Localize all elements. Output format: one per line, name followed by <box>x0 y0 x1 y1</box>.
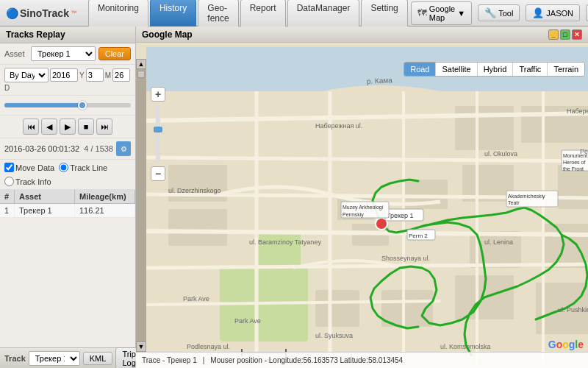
map-svg: Трекер 1 Perm 2 Muzey Arkheologi Permski… <box>146 43 588 368</box>
app-logo: 🔵 SinoTrack ™ <box>6 7 76 19</box>
map-background: Трекер 1 Perm 2 Muzey Arkheologi Permski… <box>136 43 588 368</box>
tab-report[interactable]: Report <box>240 0 286 27</box>
svg-rect-16 <box>315 290 359 327</box>
zoom-out-button[interactable]: − <box>151 166 165 181</box>
map-title: Google Map <box>142 29 193 40</box>
row-asset: Трекер 1 <box>15 204 75 217</box>
separator: | <box>203 356 205 364</box>
tab-history[interactable]: History <box>150 0 196 27</box>
svg-text:Park Ave: Park Ave <box>183 295 209 302</box>
svg-text:Akademicheskiy: Akademicheskiy <box>508 194 545 199</box>
svg-text:Teatr: Teatr <box>508 200 520 205</box>
frame-count: 4 / 1538 <box>84 144 113 153</box>
close-button[interactable]: ✕ <box>572 29 582 40</box>
day-label: D <box>4 84 10 92</box>
asset-label: Asset <box>4 49 28 58</box>
svg-text:Petropavlovskaya ul.: Petropavlovskaya ul. <box>580 148 588 155</box>
move-data-option[interactable]: Move Data <box>4 163 54 172</box>
tab-monitoring[interactable]: Monitoring <box>88 0 148 27</box>
terrain-button[interactable]: Terrain <box>548 63 584 76</box>
svg-text:Muzey Arkheologi: Muzey Arkheologi <box>343 205 384 210</box>
table-row: 1 Трекер 1 116.21 <box>0 204 135 218</box>
scroll-handle[interactable] <box>137 71 145 78</box>
year-input[interactable] <box>50 68 78 82</box>
zoom-slider[interactable] <box>156 105 160 163</box>
zoom-in-button[interactable]: + <box>151 87 165 102</box>
month-input[interactable] <box>86 68 104 82</box>
row-num: 1 <box>0 204 15 217</box>
trace-info: Trace - Трекер 1 <box>142 356 197 364</box>
date-mode-select[interactable]: By Day <box>4 68 49 82</box>
tab-setting[interactable]: Setting <box>361 0 407 27</box>
svg-text:ul. Pushkina: ul. Pushkina <box>558 306 588 314</box>
col-asset: Asset <box>15 190 75 203</box>
logo-icon: 🔵 <box>6 7 18 19</box>
scroll-up-button[interactable]: ▲ <box>136 59 146 69</box>
playback-controls: ⏮ ◀ ▶ ■ ⏭ <box>0 116 135 138</box>
logo-tm: ™ <box>71 10 76 16</box>
year-label: Y <box>79 71 85 79</box>
svg-text:Shosseynaya ul.: Shosseynaya ul. <box>381 255 430 262</box>
day-input[interactable] <box>112 68 130 82</box>
clear-button[interactable]: Clear <box>98 47 131 60</box>
svg-text:Набережная: Набережная <box>567 107 588 115</box>
forward-button[interactable]: ⏭ <box>96 118 112 135</box>
tab-datamanager[interactable]: DataManager <box>287 0 360 27</box>
map-title-bar: Google Map _ □ ✕ <box>136 26 588 43</box>
prev-button[interactable]: ◀ <box>41 118 57 135</box>
svg-text:Набережная ul.: Набережная ul. <box>315 122 362 130</box>
svg-text:ul. Baramzinoy Tatyaney: ul. Baramzinoy Tatyaney <box>249 238 321 246</box>
road-button[interactable]: Road <box>404 63 436 76</box>
slider-track <box>4 103 131 107</box>
svg-text:р. Кама: р. Кама <box>367 76 393 85</box>
status-row: 2016-03-26 00:01:32 4 / 1538 ⚙ <box>0 138 135 160</box>
svg-rect-4 <box>455 106 514 150</box>
traffic-button[interactable]: Traffic <box>513 63 548 76</box>
top-bar: 🔵 SinoTrack ™ Monitoring History Geo-fen… <box>0 0 588 26</box>
tool-button[interactable]: 🔧 Tool <box>478 4 520 21</box>
minimize-button[interactable]: _ <box>548 29 559 40</box>
slider-thumb[interactable] <box>78 101 87 110</box>
map-area: Google Map _ □ ✕ <box>136 26 588 368</box>
svg-text:ul. Syuksuva: ul. Syuksuva <box>315 332 353 339</box>
timeline-slider[interactable] <box>0 96 135 116</box>
panel-title: Tracks Replay <box>0 26 135 43</box>
track-line-option[interactable]: Track Line <box>59 163 107 172</box>
user-button[interactable]: 👤 JASON <box>526 4 580 21</box>
tracker-select[interactable]: Трекер 1 <box>29 351 80 366</box>
track-label: Track <box>4 354 26 363</box>
svg-text:ul. Dzerzhinskogo: ul. Dzerzhinskogo <box>168 187 221 194</box>
play-button[interactable]: ▶ <box>60 118 76 135</box>
track-line-radio[interactable] <box>59 163 68 172</box>
maximize-button[interactable]: □ <box>560 29 570 40</box>
google-map-button[interactable]: 🗺 Google Map ▼ <box>411 1 472 25</box>
track-info-radio[interactable] <box>4 177 14 186</box>
svg-text:Park Ave: Park Ave <box>234 317 261 325</box>
svg-text:ul. Komsomolska: ul. Komsomolska <box>440 343 491 350</box>
move-data-checkbox[interactable] <box>4 163 14 172</box>
scroll-down-button[interactable]: ▼ <box>136 342 146 352</box>
row-mileage: 116.21 <box>75 204 135 217</box>
playback-time: 2016-03-26 00:01:32 <box>4 144 81 153</box>
tab-geofence[interactable]: Geo-fence <box>198 0 238 27</box>
svg-text:Трекер 1: Трекер 1 <box>387 212 414 219</box>
panel-bottom-bar: Track Трекер 1 KML Trip Log <box>0 347 135 368</box>
svg-text:Permskiy: Permskiy <box>343 212 364 218</box>
settings-button[interactable]: ⚙ <box>116 141 131 156</box>
data-table: # Asset Mileage(km) 1 Трекер 1 116.21 <box>0 190 135 347</box>
date-row: By Day Y M D <box>0 65 135 96</box>
stop-button[interactable]: ■ <box>78 118 94 135</box>
table-header: # Asset Mileage(km) <box>0 190 135 204</box>
svg-text:Podlesnaya ul.: Podlesnaya ul. <box>187 343 230 350</box>
satellite-button[interactable]: Satellite <box>436 63 477 76</box>
kml-button[interactable]: KML <box>83 352 113 365</box>
hybrid-button[interactable]: Hybrid <box>478 63 514 76</box>
svg-rect-8 <box>558 165 588 209</box>
zoom-thumb[interactable] <box>154 127 162 132</box>
map-scrollbar[interactable]: ▲ ▼ <box>136 59 146 352</box>
main-content: Tracks Replay Asset Трекер 1 Clear By Da… <box>0 26 588 368</box>
scroll-track <box>137 69 145 342</box>
rewind-button[interactable]: ⏮ <box>23 118 39 135</box>
track-info-option[interactable]: Track Info <box>4 177 51 186</box>
asset-select[interactable]: Трекер 1 <box>31 46 96 61</box>
